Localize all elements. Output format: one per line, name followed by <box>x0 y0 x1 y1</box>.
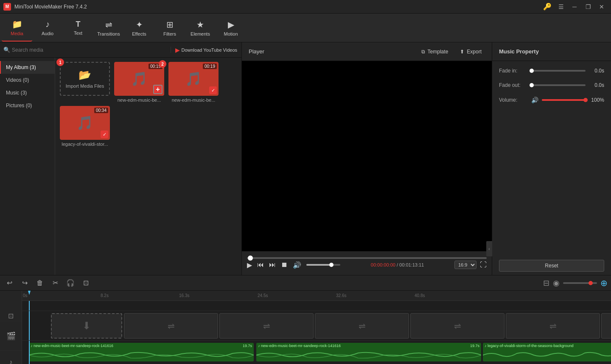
video-clip-4[interactable]: ⇌ <box>315 313 409 339</box>
video-clip-7[interactable]: ⇌ <box>601 313 611 339</box>
ruler-mark-82s: 8.2s <box>101 293 109 298</box>
fade-in-thumb[interactable] <box>530 69 534 73</box>
music-properties: Fade in: 0.0s Fade out: 0.0s Volume: � <box>492 61 611 110</box>
import-card[interactable]: 1 📂 Import Media Files <box>60 62 110 96</box>
media-item-3[interactable]: 🎵 00:34 ✓ legacy-of-vivaldi-stor... <box>59 106 110 147</box>
main-area: 🔍 ▶ Download YouTube Videos My Album (3)… <box>0 42 611 275</box>
video-clip-6[interactable]: ⇌ <box>506 313 600 339</box>
export-button[interactable]: ⬆ Export <box>457 47 485 56</box>
player-header: Player ⧉ Template ⬆ Export <box>242 42 492 61</box>
settings-button[interactable]: ☰ <box>555 3 567 11</box>
filters-label: Filters <box>163 31 176 36</box>
video-clip-1[interactable]: ⬇ <box>51 313 122 339</box>
left-panel-content: My Album (3) Videos (0) Music (3) Pictur… <box>0 58 241 275</box>
toolbar-transitions[interactable]: ⇌ Transitions <box>93 14 124 42</box>
fullscreen-button[interactable]: ⛶ <box>480 261 487 269</box>
audio-clip-2[interactable]: ♪ new-edm-music-beet-mr-sandeep-rock-141… <box>256 343 481 361</box>
next-button[interactable]: ⏭ <box>269 261 276 269</box>
minimize-button[interactable]: ─ <box>569 3 580 11</box>
add-to-timeline-button[interactable]: + <box>153 85 163 94</box>
playhead-sub1 <box>29 301 30 311</box>
volume-bar[interactable] <box>306 264 340 266</box>
media-item-1[interactable]: 🎵 00:19 + 2 new-edm-music-be... <box>114 62 165 103</box>
sidebar-item-videos[interactable]: Videos (0) <box>0 74 55 86</box>
fade-out-thumb[interactable] <box>530 83 534 87</box>
timeline-content: ⊡ 🎬 ♪ 0s 8.2s 16.3s 24.5s 32.6s 40.8s <box>0 291 611 364</box>
volume-prop-slider[interactable] <box>542 99 586 101</box>
sidebar-item-myalbum[interactable]: My Album (3) <box>0 61 55 74</box>
sidebar-item-music[interactable]: Music (3) <box>0 86 55 99</box>
toolbar-audio[interactable]: ♪ Audio <box>32 14 63 42</box>
prev-button[interactable]: ⏮ <box>257 261 264 269</box>
volume-thumb[interactable] <box>329 263 334 267</box>
video-track[interactable]: ⬇ ⇌ ⇌ ⇌ ⇌ ⇌ ⇌ <box>22 311 611 341</box>
delete-button[interactable]: 🗑 <box>34 277 46 289</box>
ruler-mark-0s: 0s <box>23 293 28 298</box>
reset-button[interactable]: Reset <box>499 260 604 272</box>
import-media-card[interactable]: 1 📂 Import Media Files <box>59 62 110 103</box>
cut-button[interactable]: ✂ <box>49 277 61 289</box>
player-header-right: ⧉ Template ⬆ Export <box>418 47 485 56</box>
volume-speaker-icon: 🔊 <box>531 97 538 103</box>
title-left: M MiniTool MovieMaker Free 7.4.2 <box>3 3 87 11</box>
restore-button[interactable]: ❐ <box>582 3 594 11</box>
import-label: Import Media Files <box>66 83 104 89</box>
add-track-icon[interactable]: ⊕ <box>600 278 608 288</box>
toolbar-filters[interactable]: ⊞ Filters <box>154 14 185 42</box>
sidebar-item-pictures[interactable]: Pictures (0) <box>0 99 55 112</box>
stop-button[interactable]: ⏹ <box>281 261 288 269</box>
aspect-ratio-select[interactable]: 16:9 9:16 1:1 <box>454 261 476 269</box>
arrow-icon-5: ⇌ <box>454 321 461 331</box>
volume-fill <box>306 264 330 266</box>
audio-track[interactable]: ♪ new-edm-music-beet-mr-sandeep-rock-141… <box>22 341 611 364</box>
play-button[interactable]: ▶ <box>247 261 252 269</box>
folder-icon: 📂 <box>78 69 91 81</box>
zoom-slider[interactable] <box>563 282 597 284</box>
search-input[interactable] <box>12 47 167 53</box>
audio-clip-1[interactable]: ♪ new-edm-music-beet-mr-sandeep-rock-141… <box>29 343 254 361</box>
seek-bar[interactable] <box>247 257 487 259</box>
fade-in-row: Fade in: 0.0s <box>499 68 604 74</box>
audio-duration-1: 19.7s <box>243 344 252 348</box>
template-button[interactable]: ⧉ Template <box>418 47 452 56</box>
video-clip-2[interactable]: ⇌ <box>124 313 218 339</box>
check-badge-3: ✓ <box>101 131 108 138</box>
media-icon: 📁 <box>12 19 22 29</box>
audio-clip-3[interactable]: ♪ legacy-of-vivaldi-storm-of-the-seasons… <box>483 343 611 361</box>
audio-duration-2: 19.7s <box>470 344 479 348</box>
titlebar: M MiniTool MovieMaker Free 7.4.2 🔑 ☰ ─ ❐… <box>0 0 611 14</box>
volume-prop-thumb[interactable] <box>583 98 588 102</box>
text-label: Text <box>74 31 82 36</box>
media-item-2[interactable]: 🎵 00:19 ✓ new-edm-music-be... <box>168 62 219 103</box>
zoom-thumb[interactable] <box>589 281 593 285</box>
motion-label: Motion <box>224 31 238 36</box>
collapse-button[interactable]: ‹ <box>486 241 492 256</box>
volume-prop-label: Volume: <box>499 97 528 103</box>
fade-in-slider[interactable] <box>531 70 586 72</box>
toolbar-text[interactable]: T Text <box>63 14 93 42</box>
youtube-download-button[interactable]: ▶ Download YouTube Videos <box>171 47 242 53</box>
player-title: Player <box>249 48 264 55</box>
audio-button[interactable]: 🎧 <box>64 277 76 289</box>
crop-button[interactable]: ⊡ <box>80 277 92 289</box>
undo-button[interactable]: ↩ <box>3 277 15 289</box>
close-button[interactable]: ✕ <box>596 3 608 11</box>
media-thumb-1: 🎵 00:19 + <box>114 62 164 96</box>
video-clip-5[interactable]: ⇌ <box>410 313 504 339</box>
playhead-indicator-top <box>28 291 31 295</box>
video-clip-3[interactable]: ⇌ <box>219 313 314 339</box>
toolbar-media[interactable]: 📁 Media <box>2 14 32 42</box>
toolbar-effects[interactable]: ✦ Effects <box>124 14 154 42</box>
fade-in-label: Fade in: <box>499 68 528 74</box>
redo-button[interactable]: ↪ <box>19 277 31 289</box>
toolbar-motion[interactable]: ▶ Motion <box>216 14 246 42</box>
audio-label: Audio <box>42 31 53 36</box>
timeline-toolbar: ↩ ↪ 🗑 ✂ 🎧 ⊡ ⊟ ◉ ⊕ <box>0 275 611 291</box>
tracks: 0s 8.2s 16.3s 24.5s 32.6s 40.8s ⬇ <box>22 291 611 364</box>
transitions-icon: ⇌ <box>105 19 112 30</box>
seek-thumb[interactable] <box>248 256 253 261</box>
toolbar-elements[interactable]: ★ Elements <box>185 14 216 42</box>
fade-out-slider[interactable] <box>531 84 586 86</box>
music-note-3: 🎵 <box>76 115 93 131</box>
video-track-label: 🎬 <box>0 321 22 351</box>
